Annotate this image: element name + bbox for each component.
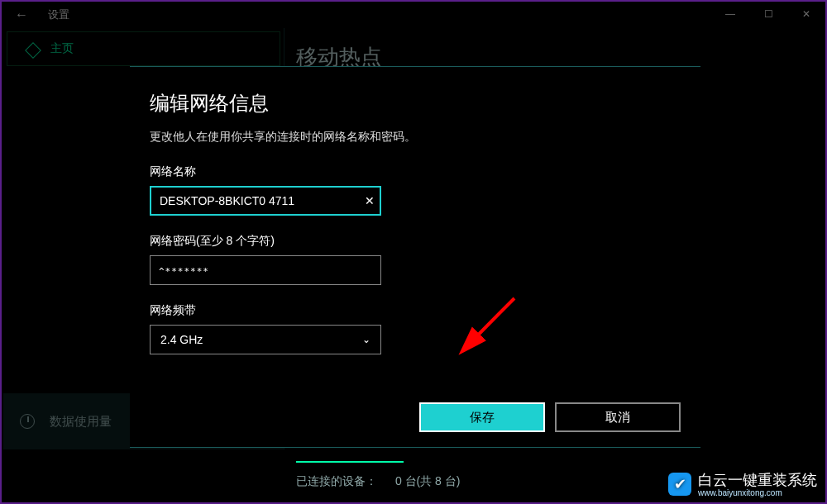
watermark-logo-icon: ✔ (668, 473, 691, 496)
save-label: 保存 (470, 410, 495, 426)
modal-buttons: 保存 取消 (419, 402, 681, 432)
clear-network-name-button[interactable]: ✕ (365, 186, 375, 216)
modal-title: 编辑网络信息 (150, 90, 681, 116)
cancel-button[interactable]: 取消 (555, 402, 681, 432)
network-password-field-wrap (150, 255, 381, 285)
watermark-url: www.baiyunxitong.com (698, 488, 817, 497)
network-name-input[interactable] (150, 186, 381, 216)
modal-subtitle: 更改他人在使用你共享的连接时的网络名称和密码。 (150, 130, 681, 145)
connected-devices-status: 已连接的设备： 0 台(共 8 台) (296, 474, 460, 489)
cancel-label: 取消 (605, 410, 630, 426)
network-name-label: 网络名称 (150, 164, 681, 179)
chevron-down-icon: ⌄ (362, 334, 370, 345)
edit-network-modal: 编辑网络信息 更改他人在使用你共享的连接时的网络名称和密码。 网络名称 ✕ 网络… (130, 66, 700, 448)
status-indicator-bar (296, 461, 404, 463)
connected-count: 0 台(共 8 台) (395, 474, 461, 487)
save-button[interactable]: 保存 (419, 402, 545, 432)
network-band-value: 2.4 GHz (160, 333, 203, 346)
close-icon: ✕ (365, 194, 375, 207)
network-band-label: 网络频带 (150, 303, 681, 318)
connected-label: 已连接的设备： (296, 474, 377, 487)
watermark-text: 白云一键重装系统 (698, 472, 817, 488)
network-password-input[interactable] (150, 255, 381, 285)
network-band-select[interactable]: 2.4 GHz ⌄ (150, 325, 381, 354)
watermark: ✔ 白云一键重装系统 www.baiyunxitong.com (668, 470, 817, 497)
network-password-label: 网络密码(至少 8 个字符) (150, 234, 681, 249)
network-name-field-wrap: ✕ (150, 186, 381, 216)
